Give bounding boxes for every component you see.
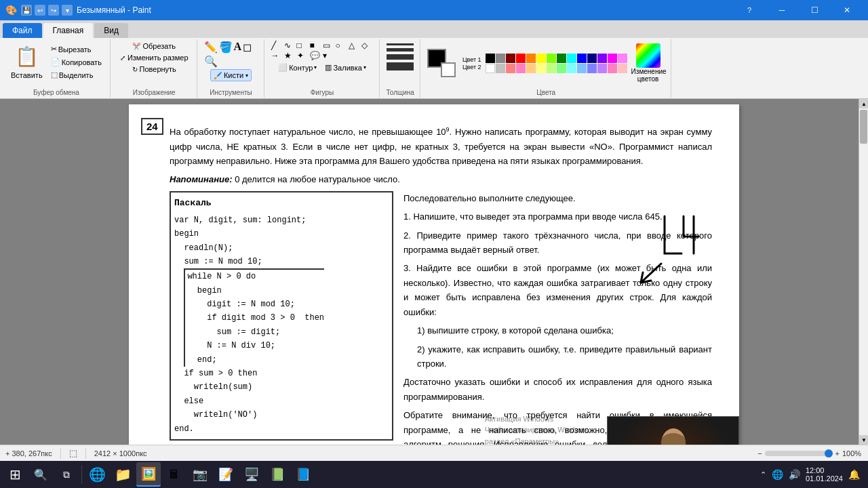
- crop-button[interactable]: ✂️ Обрезать: [130, 41, 178, 52]
- curve-icon[interactable]: ∿: [284, 41, 296, 50]
- network-icon[interactable]: 🌐: [772, 469, 783, 480]
- minimize-button[interactable]: ─: [766, 0, 797, 20]
- redo-icon[interactable]: ↪: [48, 5, 59, 16]
- zoom-out-button[interactable]: −: [757, 449, 762, 458]
- shapes-more-icon[interactable]: ▾: [323, 51, 335, 60]
- save-icon[interactable]: 💾: [21, 5, 32, 16]
- select-button[interactable]: ⬚ Выделить: [48, 69, 104, 81]
- color2-box[interactable]: [441, 62, 456, 77]
- scroll-thumb[interactable]: [860, 110, 867, 144]
- scroll-up-button[interactable]: ▲: [859, 99, 868, 108]
- palette-black[interactable]: [486, 54, 495, 63]
- notifications-button[interactable]: 🔔: [848, 469, 860, 480]
- triangle-icon[interactable]: △: [349, 41, 361, 50]
- palette-yellow[interactable]: [536, 54, 546, 63]
- palette-lightgreen[interactable]: [547, 64, 556, 73]
- palette-lightpink[interactable]: [608, 64, 617, 73]
- line-icon[interactable]: ╱: [271, 41, 283, 50]
- palette-palegreen[interactable]: [557, 64, 566, 73]
- taskbar-app2[interactable]: 🖥️: [239, 462, 264, 487]
- fill-button[interactable]: ▥ Заливка ▾: [322, 62, 368, 73]
- taskbar-paint[interactable]: 🖼️: [136, 462, 161, 487]
- copy-button[interactable]: 📄 Копировать: [48, 56, 104, 68]
- palette-green[interactable]: [557, 54, 566, 63]
- rect-icon[interactable]: □: [297, 41, 309, 50]
- palette-lightyellow[interactable]: [536, 64, 546, 73]
- palette-lavender[interactable]: [597, 64, 607, 73]
- star5-icon[interactable]: ★: [284, 51, 296, 60]
- eraser-icon[interactable]: ◻: [243, 41, 252, 54]
- ellipse-icon[interactable]: ○: [336, 41, 348, 50]
- palette-magenta[interactable]: [608, 54, 617, 63]
- pencil-icon[interactable]: ✏️: [204, 41, 218, 54]
- edit-colors-button[interactable]: Изменение цветов: [631, 43, 665, 83]
- palette-blue[interactable]: [577, 54, 587, 63]
- activation-line3: раздел «Параметры».: [485, 436, 590, 445]
- search-button[interactable]: 🔍: [28, 462, 53, 487]
- star4-icon[interactable]: ✦: [297, 51, 309, 60]
- palette-periwinkle[interactable]: [587, 64, 597, 73]
- palette-white[interactable]: [486, 64, 495, 73]
- palette-red[interactable]: [516, 54, 526, 63]
- palette-blush[interactable]: [618, 64, 627, 73]
- system-tray-chevron[interactable]: ⌃: [760, 470, 766, 479]
- palette-rose[interactable]: [516, 64, 526, 73]
- taskbar-edge[interactable]: 🌐: [85, 462, 109, 487]
- palette-silver[interactable]: [496, 64, 505, 73]
- palette-pink[interactable]: [618, 54, 627, 63]
- taskbar-app4[interactable]: 📘: [291, 462, 315, 487]
- dropdown-icon[interactable]: ▾: [62, 5, 73, 16]
- start-button[interactable]: ⊞: [3, 462, 27, 487]
- cut-button[interactable]: ✂ Вырезать: [48, 43, 104, 55]
- vertical-scrollbar[interactable]: ▲ ▼: [859, 99, 868, 445]
- taskview-button[interactable]: ⧉: [54, 462, 79, 487]
- palette-salmon[interactable]: [506, 64, 515, 73]
- palette-lime[interactable]: [547, 54, 556, 63]
- maximize-button[interactable]: ☐: [799, 0, 830, 20]
- picker-icon[interactable]: 🔍: [204, 55, 218, 68]
- zoom-thumb[interactable]: [825, 449, 833, 458]
- stroke-size-1[interactable]: [387, 43, 414, 45]
- brushes-button[interactable]: 🖌️ Кисти ▾: [210, 69, 252, 81]
- diamond-icon[interactable]: ◇: [361, 41, 374, 50]
- round-rect-icon[interactable]: ▭: [323, 41, 335, 50]
- palette-darkred[interactable]: [506, 54, 515, 63]
- palette-gray[interactable]: [496, 54, 505, 63]
- fill-rect-icon[interactable]: ■: [310, 41, 322, 50]
- palette-navy[interactable]: [587, 54, 597, 63]
- stroke-size-3[interactable]: [387, 54, 414, 60]
- palette-lightblue[interactable]: [577, 64, 587, 73]
- taskbar-app3[interactable]: 📗: [265, 462, 290, 487]
- zoom-in-button[interactable]: +: [835, 449, 840, 458]
- arrow-icon[interactable]: →: [271, 51, 283, 60]
- text-icon[interactable]: A: [234, 41, 242, 54]
- palette-orange[interactable]: [526, 54, 536, 63]
- palette-cyan[interactable]: [567, 54, 576, 63]
- zoom-slider[interactable]: [765, 451, 833, 456]
- undo-icon[interactable]: ↩: [35, 5, 45, 16]
- tab-view[interactable]: Вид: [94, 23, 128, 38]
- palette-peach[interactable]: [526, 64, 536, 73]
- stroke-size-2[interactable]: [387, 48, 414, 52]
- contour-button[interactable]: ⬜ Контур ▾: [275, 62, 319, 73]
- taskbar-calculator[interactable]: 🖩: [162, 462, 186, 487]
- tab-file[interactable]: Файл: [3, 23, 42, 38]
- callout-icon[interactable]: 💬: [310, 51, 322, 60]
- taskbar-app1[interactable]: 📝: [214, 462, 238, 487]
- image-group: ✂️ Обрезать ⤢ Изменить размер ↻ Повернут…: [112, 39, 197, 98]
- palette-lightcyan[interactable]: [567, 64, 576, 73]
- close-button[interactable]: ✕: [831, 0, 863, 20]
- stroke-size-4[interactable]: [387, 62, 414, 70]
- palette-purple[interactable]: [597, 54, 607, 63]
- tab-home[interactable]: Главная: [43, 23, 94, 38]
- help-button[interactable]: ?: [734, 0, 765, 20]
- speaker-icon[interactable]: 🔊: [789, 469, 800, 480]
- rotate-button[interactable]: ↻ Повернуть: [130, 64, 179, 75]
- fill-icon[interactable]: 🪣: [219, 41, 233, 54]
- taskbar-explorer[interactable]: 📁: [111, 462, 135, 487]
- scroll-down-button[interactable]: ▼: [859, 435, 868, 445]
- taskbar-photos[interactable]: 📷: [188, 462, 212, 487]
- resize-button[interactable]: ⤢ Изменить размер: [117, 52, 191, 63]
- paste-button[interactable]: 📋 Вставить: [8, 41, 45, 81]
- clock[interactable]: 12:0001.01.2024: [806, 466, 843, 483]
